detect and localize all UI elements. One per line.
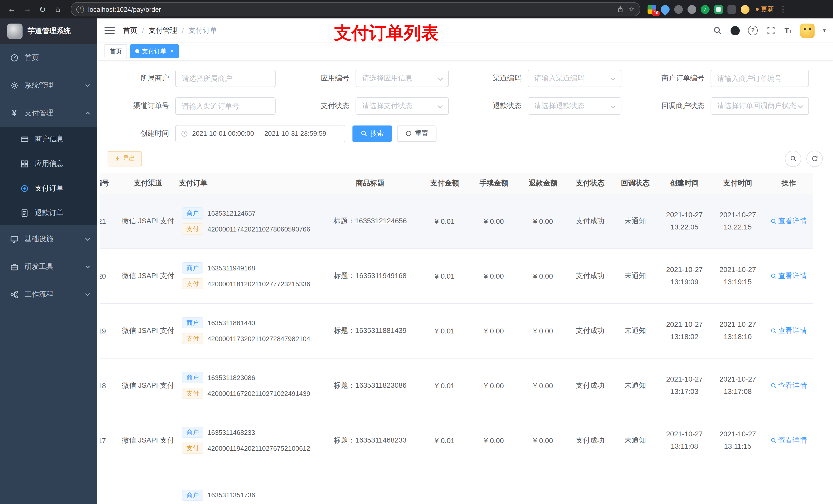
search-button[interactable]: 搜索 <box>353 125 392 142</box>
browser-update-button[interactable]: 更新 <box>756 5 774 14</box>
extensions-puzzle-icon[interactable] <box>728 5 736 14</box>
active-dot <box>135 49 139 53</box>
chevron-down-icon <box>85 84 90 87</box>
gear-icon <box>10 81 19 90</box>
channel-order-no-input[interactable] <box>175 97 276 115</box>
search-icon[interactable] <box>712 25 722 35</box>
address-bar[interactable]: i localhost:1024/pay/order ☆ <box>71 2 640 16</box>
url-text[interactable]: localhost:1024/pay/order <box>88 5 613 13</box>
help-icon[interactable]: ? <box>748 26 758 35</box>
filter-label-merchant: 所属商户 <box>108 73 169 83</box>
font-size-icon[interactable]: TT <box>784 26 792 35</box>
pay-tag: 支付 <box>182 442 204 454</box>
close-icon[interactable]: × <box>170 48 174 55</box>
yen-icon: ¥ <box>10 109 19 117</box>
merchant-order-no-input[interactable] <box>711 69 809 87</box>
pay-tag: 支付 <box>182 388 204 399</box>
view-detail-link[interactable]: 查看详情 <box>770 436 807 445</box>
table-header-row: 编号 支付渠道 支付订单 商品标题 支付金额 手续金额 退款金额 支付状态 回调… <box>100 173 813 194</box>
table-row[interactable]: 17 微信 JSAPI 支付 商户1635311468233 支付4200001… <box>100 413 813 467</box>
merchant-tag: 商户 <box>182 489 204 501</box>
refund-status-select[interactable]: 请选择退款状态 <box>528 97 621 115</box>
fullscreen-icon[interactable] <box>766 25 776 35</box>
merchant-input[interactable] <box>175 69 276 87</box>
table-row-partial[interactable]: 商户1635311351736 <box>100 467 813 504</box>
filter-label-channel-code: 渠道编码 <box>455 73 522 83</box>
github-icon[interactable] <box>731 26 740 35</box>
breadcrumb-pay[interactable]: 支付管理 <box>148 26 177 35</box>
site-info-icon[interactable]: i <box>76 5 84 13</box>
view-detail-link[interactable]: 查看详情 <box>770 326 807 335</box>
reload-button[interactable]: ↻ <box>36 3 49 16</box>
pay-tag: 支付 <box>182 278 204 289</box>
avatar-caret-icon[interactable]: ▾ <box>823 27 826 34</box>
channel-code-select[interactable]: 请输入渠道编码 <box>528 69 621 87</box>
pay-tag: 支付 <box>182 333 204 344</box>
page-annotation: 支付订单列表 <box>334 22 438 45</box>
extension-gray-icon[interactable] <box>674 5 683 14</box>
breadcrumb: 首页 / 支付管理 / 支付订单 <box>123 26 217 35</box>
date-start[interactable]: 2021-10-01 00:00:00 <box>192 129 254 137</box>
sidebar-item-pay-order[interactable]: 支付订单 <box>0 176 97 201</box>
pay-tag: 支付 <box>182 223 204 235</box>
sidebar-item-workflow[interactable]: 工作流程 <box>0 281 97 308</box>
extension-gray2-icon[interactable] <box>688 5 696 14</box>
extension-drop-icon[interactable] <box>659 3 671 15</box>
chevron-down-icon <box>610 73 616 83</box>
sidebar: 芋道管理系统 首页 系统管理 ¥ 支付管理 <box>0 19 97 504</box>
export-button[interactable]: 导出 <box>108 151 142 166</box>
app-select[interactable]: 请选择应用信息 <box>356 69 449 87</box>
sidebar-item-pay[interactable]: ¥ 支付管理 <box>0 99 97 127</box>
back-button[interactable]: ← <box>5 3 19 16</box>
sidebar-item-system[interactable]: 系统管理 <box>0 72 97 99</box>
filter-label-channel-order-no: 渠道订单号 <box>108 101 169 111</box>
home-button[interactable]: ⌂ <box>51 3 65 16</box>
forward-button[interactable]: → <box>21 3 34 16</box>
bookmark-star-icon[interactable]: ☆ <box>628 5 635 13</box>
view-detail-link[interactable]: 查看详情 <box>770 216 807 225</box>
extension-chat-icon[interactable] <box>714 5 723 14</box>
extension-check-icon[interactable]: ✓ <box>701 5 710 14</box>
bankcard-icon <box>21 135 29 143</box>
chevron-down-icon <box>85 238 90 241</box>
view-detail-link[interactable]: 查看详情 <box>770 381 807 390</box>
pay-status-select[interactable]: 请选择支付状态 <box>356 97 449 115</box>
reset-button[interactable]: 重置 <box>397 125 436 142</box>
filter-label-pay-status: 支付状态 <box>282 101 349 111</box>
filter-label-create-time: 创建时间 <box>108 129 169 138</box>
table-row[interactable]: 21 微信 JSAPI 支付 商户1635312124657 支付4200001… <box>100 194 813 248</box>
breadcrumb-home[interactable]: 首页 <box>123 26 137 35</box>
document-icon <box>21 209 29 217</box>
merchant-tag: 商户 <box>182 208 204 219</box>
tab-pay-order[interactable]: 支付订单 × <box>130 44 179 58</box>
table-row[interactable]: 18 微信 JSAPI 支付 商户1635311823086 支付4200001… <box>100 358 813 413</box>
filter-label-refund-status: 退款状态 <box>455 101 522 111</box>
user-avatar[interactable] <box>801 23 815 38</box>
sidebar-item-refund-order[interactable]: 退款订单 <box>0 201 97 225</box>
tab-home[interactable]: 首页 <box>104 44 127 58</box>
sidebar-item-devtools[interactable]: 研发工具 <box>0 253 97 281</box>
pay-submenu: 商户信息 应用信息 支付订单 <box>0 127 97 225</box>
app-logo[interactable]: 芋道管理系统 <box>0 19 97 44</box>
sidebar-item-app-info[interactable]: 应用信息 <box>0 152 97 176</box>
app-title: 芋道管理系统 <box>28 27 71 36</box>
sidebar-item-merchant-info[interactable]: 商户信息 <box>0 127 97 152</box>
table-row[interactable]: 19 微信 JSAPI 支付 商户1635311881440 支付4200001… <box>100 303 813 358</box>
table-row[interactable]: 20 微信 JSAPI 支付 商户1635311949168 支付4200001… <box>100 248 813 303</box>
callback-status-select[interactable]: 请选择订单回调商户状态 <box>711 97 809 115</box>
chevron-down-icon <box>437 73 443 83</box>
refresh-button[interactable] <box>806 150 823 167</box>
logo-avatar <box>7 24 23 39</box>
view-detail-link[interactable]: 查看详情 <box>770 271 807 281</box>
toggle-search-button[interactable] <box>785 150 801 167</box>
create-time-range-picker[interactable]: 2021-10-01 00:00:00 - 2021-10-31 23:59:5… <box>175 125 345 142</box>
hamburger-icon[interactable] <box>104 27 115 34</box>
filter-label-app: 应用编号 <box>282 73 349 83</box>
sidebar-item-home[interactable]: 首页 <box>0 44 97 72</box>
date-end[interactable]: 2021-10-31 23:59:59 <box>264 129 326 137</box>
browser-profile-avatar[interactable] <box>741 5 749 14</box>
extension-grid-icon[interactable]: 10 <box>647 5 656 14</box>
sidebar-item-infra[interactable]: 基础设施 <box>0 225 97 253</box>
share-icon[interactable] <box>617 6 624 13</box>
browser-menu-icon[interactable]: ⋮ <box>777 5 789 14</box>
